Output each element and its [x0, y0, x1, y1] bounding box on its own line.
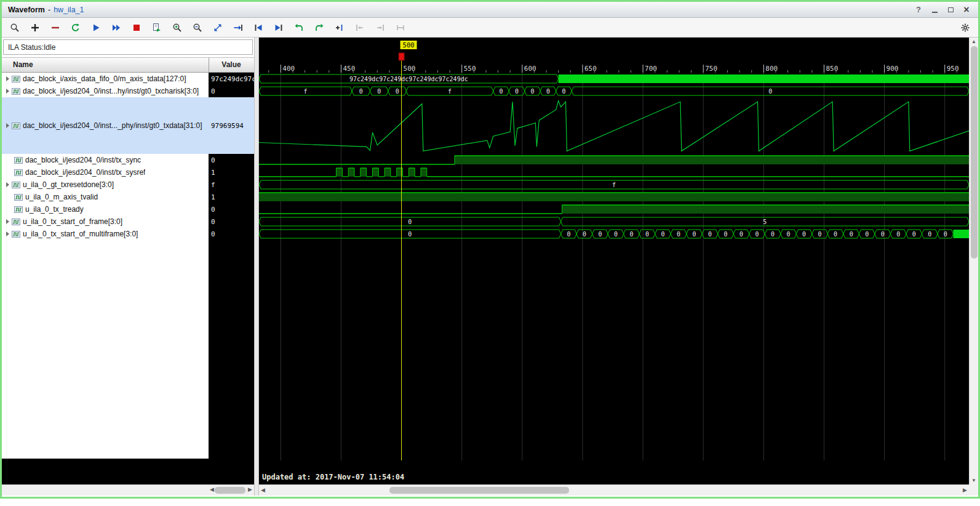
goto-end-icon[interactable] — [273, 22, 284, 33]
scroll-left-arrow-icon[interactable]: ◀ — [210, 486, 214, 492]
signal-row[interactable]: dac_block_i/jesd204_0/inst...hy/inst/gt0… — [2, 85, 209, 97]
scroll-thumb[interactable] — [215, 487, 245, 494]
signal-row[interactable]: u_ila_0_tx_start_of_multiframe[3:0] — [2, 228, 209, 240]
minimize-button[interactable] — [929, 4, 940, 15]
svg-text:0: 0 — [408, 219, 412, 225]
cursor[interactable]: 500 — [399, 41, 417, 460]
svg-text:0: 0 — [771, 231, 775, 238]
signal-value: 0 — [209, 228, 254, 240]
zoom-out-icon[interactable] — [192, 22, 203, 33]
panel-splitter[interactable] — [254, 38, 259, 496]
run-trigger-icon[interactable] — [90, 22, 102, 33]
svg-text:0: 0 — [629, 231, 633, 238]
signal-tree[interactable]: dac_block_i/axis_data_fifo_0/m_axis_tdat… — [2, 73, 209, 459]
signal-value: 0 — [209, 85, 254, 97]
signal-name: dac_block_i/axis_data_fifo_0/m_axis_tdat… — [23, 74, 186, 83]
waveform-canvas[interactable]: 40045050055060065070075080085090095097c2… — [259, 38, 969, 484]
signal-row[interactable]: u_ila_0_gt_txresetdone[3:0] — [2, 179, 209, 191]
window-doc-name[interactable]: hw_ila_1 — [54, 6, 84, 14]
zoom-in-icon[interactable] — [172, 22, 183, 33]
maximize-button[interactable] — [945, 4, 956, 15]
probe-icon — [12, 88, 20, 95]
scroll-down-arrow-icon[interactable]: ▼ — [971, 478, 976, 483]
wave-row: f — [259, 180, 969, 189]
window-title: Waveform — [8, 6, 45, 14]
wave-row — [259, 101, 969, 151]
close-button[interactable]: × — [961, 4, 972, 15]
wave-row: 05 — [259, 217, 969, 226]
probe-icon — [12, 182, 20, 188]
zoom-fit-icon[interactable] — [212, 22, 223, 33]
run-continuous-icon[interactable] — [111, 22, 122, 33]
scroll-left-arrow-icon[interactable]: ◀ — [261, 487, 265, 493]
signal-row[interactable]: dac_block_i/jesd204_0/inst/tx_sync — [2, 154, 209, 166]
scroll-up-arrow-icon[interactable]: ▲ — [971, 39, 976, 44]
svg-text:0: 0 — [408, 231, 412, 238]
time-ruler: 400450500550600650700750800850900950 — [269, 65, 959, 460]
next-transition-icon[interactable] — [314, 22, 325, 33]
left-horizontal-scrollbar[interactable]: ◀ ▶ — [2, 484, 254, 496]
svg-text:f: f — [612, 182, 616, 188]
cursor-time-label: 500 — [403, 41, 415, 49]
goto-start-icon[interactable] — [253, 22, 264, 33]
signal-row[interactable]: u_ila_0_m_axis_tvalid — [2, 191, 209, 203]
stop-trigger-icon[interactable] — [131, 22, 142, 33]
svg-text:0: 0 — [818, 231, 822, 238]
svg-text:0: 0 — [850, 231, 853, 238]
expand-arrow-icon[interactable] — [6, 231, 9, 236]
scroll-thumb[interactable] — [389, 487, 569, 494]
signal-value: 0 — [209, 215, 254, 228]
scroll-right-arrow-icon[interactable]: ▶ — [248, 486, 252, 492]
svg-text:97c249dc97c249dc97c249dc97c249: 97c249dc97c249dc97c249dc97c249dc — [349, 76, 468, 82]
previous-transition-icon[interactable] — [293, 22, 305, 33]
signal-value: 0 — [209, 203, 254, 215]
scroll-right-arrow-icon[interactable]: ▶ — [963, 487, 967, 493]
probe-icon — [12, 219, 20, 225]
waveform-area[interactable]: 40045050055060065070075080085090095097c2… — [259, 38, 969, 484]
expand-arrow-icon[interactable] — [6, 182, 9, 187]
signal-row[interactable]: u_ila_0_tx_start_of_frame[3:0] — [2, 215, 209, 228]
marker-range-icon — [395, 22, 406, 33]
name-column-header[interactable]: Name — [13, 60, 33, 69]
signal-name: dac_block_i/jesd204_0/inst...hy/inst/gt0… — [23, 87, 199, 95]
signal-row[interactable]: dac_block_i/axis_data_fifo_0/m_axis_tdat… — [2, 73, 209, 85]
vertical-scrollbar[interactable]: ▲ ▼ — [969, 38, 978, 484]
horizontal-scrollbar[interactable]: ◀ ▶ — [259, 484, 969, 496]
signal-row[interactable]: dac_block_i/jesd204_0/inst/tx_sysref — [2, 166, 209, 179]
svg-text:0: 0 — [881, 231, 885, 238]
svg-text:0: 0 — [896, 231, 900, 238]
remove-icon[interactable] — [50, 22, 61, 33]
columns-header: Name Value — [2, 57, 254, 73]
wave-row — [259, 156, 969, 164]
wave-row — [259, 193, 969, 201]
restart-trigger-icon[interactable] — [70, 22, 81, 33]
zoom-to-cursor-icon[interactable] — [233, 22, 244, 33]
signal-row[interactable]: u_ila_0_tx_tready — [2, 203, 209, 215]
value-column-header[interactable]: Value — [209, 60, 254, 69]
signal-name: u_ila_0_tx_tready — [25, 205, 84, 214]
svg-text:0: 0 — [567, 231, 570, 238]
signal-name: dac_block_i/jesd204_0/inst/tx_sysref — [25, 168, 145, 177]
help-button[interactable]: ? — [913, 4, 924, 15]
scroll-thumb[interactable] — [971, 46, 978, 259]
export-ila-data-icon[interactable] — [151, 22, 162, 33]
svg-text:0: 0 — [692, 231, 696, 238]
add-marker-icon[interactable] — [334, 22, 345, 33]
svg-text:0: 0 — [802, 231, 806, 238]
column-divider[interactable] — [209, 58, 209, 72]
value-column: 97c249dc97c09796959401f1000 — [209, 73, 254, 459]
cursor-handle[interactable] — [399, 53, 404, 60]
expand-arrow-icon[interactable] — [6, 123, 9, 128]
signal-row[interactable]: dac_block_i/jesd204_0/inst..._phy/inst/g… — [2, 97, 209, 154]
search-icon[interactable] — [9, 22, 20, 33]
svg-text:0: 0 — [546, 88, 550, 95]
svg-text:f: f — [448, 88, 452, 95]
svg-text:0: 0 — [912, 231, 916, 238]
signal-value: 97969594 — [209, 97, 254, 154]
probe-icon — [14, 169, 23, 176]
add-icon[interactable] — [30, 22, 41, 33]
settings-gear-icon[interactable] — [960, 22, 971, 33]
expand-arrow-icon[interactable] — [6, 219, 9, 224]
expand-arrow-icon[interactable] — [6, 76, 9, 81]
expand-arrow-icon[interactable] — [6, 89, 9, 94]
